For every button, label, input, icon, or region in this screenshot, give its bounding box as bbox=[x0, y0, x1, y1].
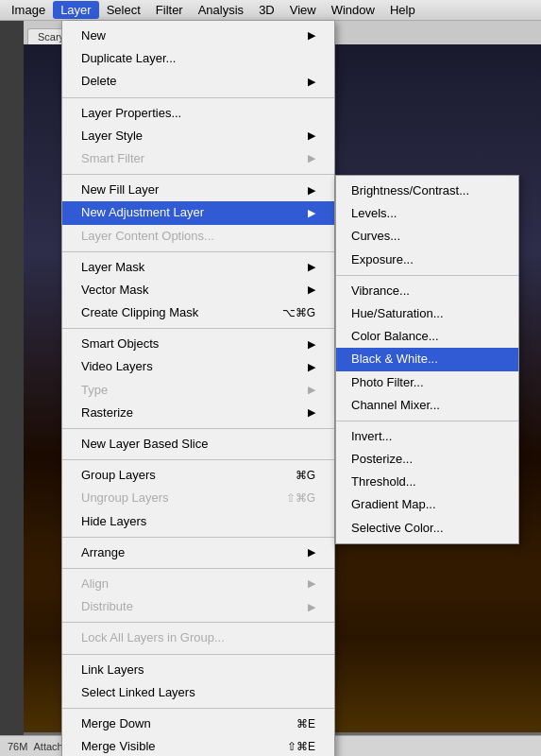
submenu-gradient-map[interactable]: Gradient Map... bbox=[336, 493, 518, 516]
menu-item-type: Type ▶ bbox=[62, 379, 334, 402]
menu-item-group-layers[interactable]: Group Layers ⌘G bbox=[62, 464, 334, 487]
separator-3 bbox=[62, 251, 334, 252]
menu-item-arrange[interactable]: Arrange ▶ bbox=[62, 541, 334, 564]
menu-item-video-layers[interactable]: Video Layers ▶ bbox=[62, 355, 334, 378]
menu-item-new-slice[interactable]: New Layer Based Slice bbox=[62, 433, 334, 455]
menu-item-distribute: Distribute ▶ bbox=[62, 595, 334, 618]
submenu-posterize[interactable]: Posterize... bbox=[336, 448, 518, 471]
submenu-photo-filter[interactable]: Photo Filter... bbox=[336, 371, 518, 394]
submenu-curves[interactable]: Curves... bbox=[336, 225, 518, 248]
separator-2 bbox=[62, 174, 334, 175]
submenu-levels[interactable]: Levels... bbox=[336, 202, 518, 225]
arrow-icon: ▶ bbox=[308, 75, 315, 89]
shortcut-merge-visible: ⇧⌘E bbox=[287, 739, 315, 755]
shortcut-group: ⌘G bbox=[296, 468, 315, 484]
menu-item-layer-mask[interactable]: Layer Mask ▶ bbox=[62, 256, 334, 279]
arrow-icon: ▶ bbox=[308, 151, 315, 165]
submenu-invert[interactable]: Invert... bbox=[336, 425, 518, 448]
submenu-brightness-contrast[interactable]: Brightness/Contrast... bbox=[336, 180, 518, 202]
submenu-sep-2 bbox=[336, 421, 518, 421]
submenu-sep-1 bbox=[336, 275, 518, 276]
menu-item-merge-visible[interactable]: Merge Visible ⇧⌘E bbox=[62, 735, 334, 756]
arrow-icon: ▶ bbox=[308, 576, 315, 591]
menu-item-hide-layers[interactable]: Hide Layers bbox=[62, 510, 334, 533]
arrow-icon: ▶ bbox=[308, 260, 315, 274]
submenu-selective-color[interactable]: Selective Color... bbox=[336, 517, 518, 540]
menu-item-new-fill[interactable]: New Fill Layer ▶ bbox=[62, 179, 334, 201]
submenu-exposure[interactable]: Exposure... bbox=[336, 249, 518, 271]
layer-dropdown-menu: New ▶ Duplicate Layer... Delete ▶ Layer … bbox=[61, 21, 335, 756]
separator-4 bbox=[62, 328, 334, 329]
arrow-icon: ▶ bbox=[308, 600, 315, 614]
separator-8 bbox=[62, 568, 334, 569]
arrow-icon: ▶ bbox=[308, 545, 315, 559]
menu-item-ungroup-layers: Ungroup Layers ⇧⌘G bbox=[62, 487, 334, 509]
menu-item-lock-all: Lock All Layers in Group... bbox=[62, 627, 334, 649]
menu-item-layer-style[interactable]: Layer Style ▶ bbox=[62, 125, 334, 147]
arrow-icon: ▶ bbox=[308, 383, 315, 397]
separator-11 bbox=[62, 708, 334, 709]
submenu-color-balance[interactable]: Color Balance... bbox=[336, 325, 518, 348]
menu-item-new[interactable]: New ▶ bbox=[62, 25, 334, 47]
submenu-threshold[interactable]: Threshold... bbox=[336, 471, 518, 493]
menu-item-smart-objects[interactable]: Smart Objects ▶ bbox=[62, 333, 334, 355]
menu-item-duplicate[interactable]: Duplicate Layer... bbox=[62, 47, 334, 70]
menu-item-delete[interactable]: Delete ▶ bbox=[62, 70, 334, 93]
menu-item-align: Align ▶ bbox=[62, 573, 334, 595]
separator-7 bbox=[62, 537, 334, 538]
separator-6 bbox=[62, 459, 334, 460]
arrow-icon: ▶ bbox=[308, 405, 315, 420]
menu-item-rasterize[interactable]: Rasterize ▶ bbox=[62, 402, 334, 424]
menu-item-layer-properties[interactable]: Layer Properties... bbox=[62, 102, 334, 125]
adjustment-submenu: Brightness/Contrast... Levels... Curves.… bbox=[335, 175, 519, 544]
arrow-icon: ▶ bbox=[308, 28, 315, 43]
separator-5 bbox=[62, 428, 334, 429]
arrow-icon: ▶ bbox=[308, 360, 315, 374]
shortcut-clipping: ⌥⌘G bbox=[282, 305, 315, 321]
arrow-icon: ▶ bbox=[308, 129, 315, 143]
submenu-black-white[interactable]: Black & White... bbox=[336, 348, 518, 370]
menu-item-smart-filter: Smart Filter ▶ bbox=[62, 147, 334, 170]
arrow-icon: ▶ bbox=[308, 337, 315, 352]
menu-item-select-linked[interactable]: Select Linked Layers bbox=[62, 681, 334, 704]
submenu-vibrance[interactable]: Vibrance... bbox=[336, 280, 518, 302]
arrow-icon: ▶ bbox=[308, 283, 315, 297]
menu-item-clipping-mask[interactable]: Create Clipping Mask ⌥⌘G bbox=[62, 301, 334, 324]
menu-overlay: New ▶ Duplicate Layer... Delete ▶ Layer … bbox=[0, 0, 541, 756]
separator-9 bbox=[62, 622, 334, 623]
shortcut-merge-down: ⌘E bbox=[296, 716, 315, 732]
menu-item-merge-down[interactable]: Merge Down ⌘E bbox=[62, 713, 334, 735]
submenu-channel-mixer[interactable]: Channel Mixer... bbox=[336, 394, 518, 417]
shortcut-ungroup: ⇧⌘G bbox=[286, 490, 315, 507]
menu-item-link-layers[interactable]: Link Layers bbox=[62, 659, 334, 681]
menu-item-vector-mask[interactable]: Vector Mask ▶ bbox=[62, 279, 334, 301]
menu-item-layer-content: Layer Content Options... bbox=[62, 225, 334, 248]
separator-10 bbox=[62, 654, 334, 655]
arrow-icon: ▶ bbox=[308, 183, 315, 198]
arrow-icon: ▶ bbox=[308, 206, 315, 220]
separator-1 bbox=[62, 97, 334, 98]
submenu-hue-sat[interactable]: Hue/Saturation... bbox=[336, 302, 518, 325]
menu-item-new-adjustment[interactable]: New Adjustment Layer ▶ bbox=[62, 201, 334, 224]
